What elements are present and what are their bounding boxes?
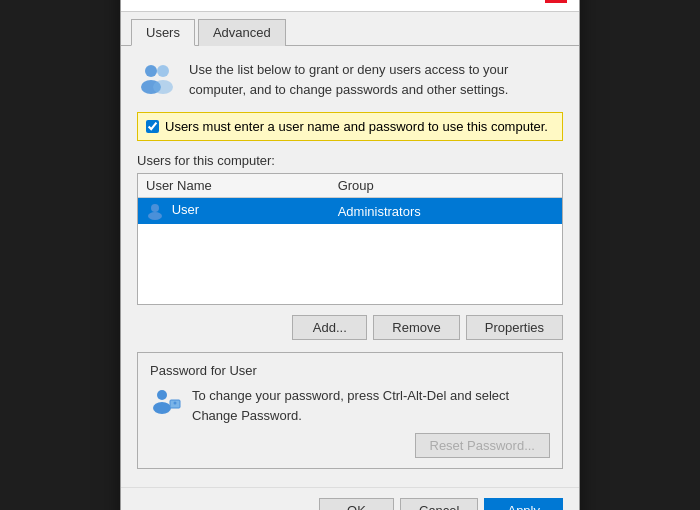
user-name-cell: User [138,198,330,225]
users-icon-svg [138,61,176,99]
properties-button[interactable]: Properties [466,315,563,340]
svg-point-7 [153,402,171,414]
users-info-icon [137,60,177,100]
must-enter-password-checkbox[interactable] [146,120,159,133]
info-row: Use the list below to grant or deny user… [137,60,563,100]
table-row-empty-3 [138,264,562,284]
table-header-row: User Name Group [138,174,562,198]
reset-password-button[interactable]: Reset Password... [415,433,551,458]
password-instruction-text: To change your password, press Ctrl-Alt-… [192,386,540,425]
user-group-cell: Administrators [330,198,562,225]
apply-button[interactable]: Apply [484,498,563,510]
col-username: User Name [138,174,330,198]
users-table: User Name Group User Administrat [138,174,562,304]
svg-point-3 [153,80,173,94]
tab-advanced[interactable]: Advanced [198,19,286,46]
password-user-icon [150,386,182,418]
must-enter-password-label: Users must enter a user name and passwor… [165,119,548,134]
info-text: Use the list below to grant or deny user… [189,60,563,99]
password-inner: To change your password, press Ctrl-Alt-… [150,386,550,425]
table-row-empty-2 [138,244,562,264]
user-row-icon [146,202,164,220]
tab-content: Use the list below to grant or deny user… [121,46,579,487]
close-button[interactable]: ✕ [545,0,567,3]
user-accounts-dialog: User Accounts ✕ Users Advanced Use the l… [120,0,580,510]
table-row-empty-1 [138,224,562,244]
col-group: Group [330,174,562,198]
users-for-computer-label: Users for this computer: [137,153,563,168]
password-section: Password for User To change your passwor… [137,352,563,469]
svg-point-0 [145,65,157,77]
svg-point-4 [151,204,159,212]
remove-button[interactable]: Remove [373,315,459,340]
add-button[interactable]: Add... [292,315,367,340]
cancel-button[interactable]: Cancel [400,498,478,510]
users-table-container: User Name Group User Administrat [137,173,563,305]
must-enter-password-row[interactable]: Users must enter a user name and passwor… [137,112,563,141]
table-row[interactable]: User Administrators [138,198,562,225]
tabs-container: Users Advanced [121,12,579,46]
tab-users[interactable]: Users [131,19,195,46]
svg-point-6 [157,390,167,400]
bottom-buttons: OK Cancel Apply [121,487,579,510]
svg-point-9 [174,402,177,405]
password-section-label: Password for User [150,363,550,378]
ok-button[interactable]: OK [319,498,394,510]
svg-point-2 [157,65,169,77]
table-row-empty-4 [138,284,562,304]
user-action-buttons: Add... Remove Properties [137,315,563,340]
svg-point-5 [148,212,162,220]
title-bar: User Accounts ✕ [121,0,579,12]
